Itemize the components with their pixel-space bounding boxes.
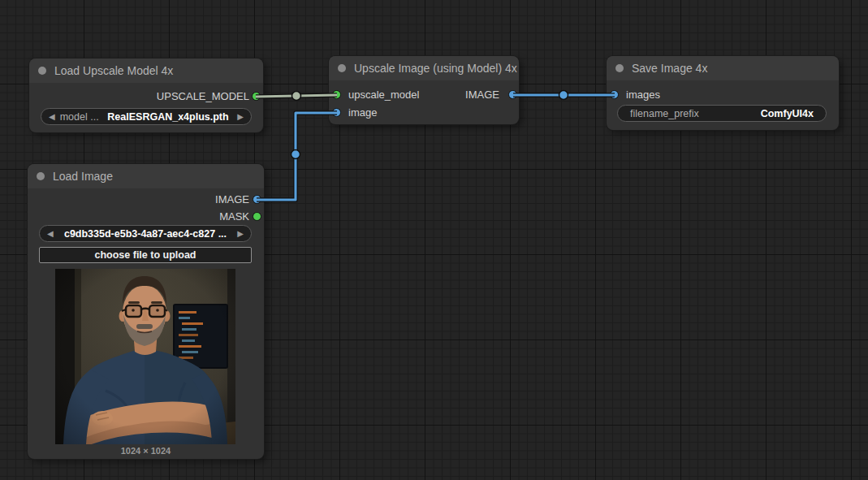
node-title-text: Upscale Image (using Model) 4x [354, 62, 517, 75]
node-upscale-image[interactable]: Upscale Image (using Model) 4x upscale_m… [329, 56, 519, 124]
combo-value: RealESRGAN_x4plus.pth [99, 111, 238, 123]
node-load-image[interactable]: Load Image IMAGE MASK ◀ c9db335d-e5b3-4a… [28, 164, 264, 459]
filename-prefix-widget[interactable]: filename_prefix ComfyUI4x [617, 105, 827, 122]
link-images-wire [513, 91, 615, 100]
combo-label: model ... [60, 111, 99, 123]
load-image-preview [55, 269, 235, 444]
image-dimensions-caption: 1024 × 1024 [28, 446, 264, 456]
output-label-image: IMAGE [215, 192, 249, 207]
node-title-bar[interactable]: Upscale Image (using Model) 4x [329, 56, 519, 80]
node-title-bar[interactable]: Load Image [28, 164, 264, 188]
output-slot-mask[interactable] [253, 212, 261, 221]
model-combo-widget[interactable]: ◀ model ... RealESRGAN_x4plus.pth ▶ [41, 108, 252, 125]
input-label-image: image [348, 106, 377, 120]
input-slot-upscale-model[interactable] [332, 90, 341, 99]
link-midpoint-dot [292, 92, 301, 101]
output-label-image: IMAGE [465, 88, 499, 102]
input-label-upscale-model: upscale_model [348, 88, 419, 102]
input-label-images: images [626, 88, 660, 102]
combo-prev-icon[interactable]: ◀ [49, 108, 55, 125]
node-collapse-dot-icon[interactable] [37, 172, 45, 180]
link-image-wire [257, 113, 337, 200]
choose-file-button[interactable]: choose file to upload [39, 247, 252, 263]
node-collapse-dot-icon[interactable] [38, 67, 46, 75]
node-load-upscale-model[interactable]: Load Upscale Model 4x UPSCALE_MODEL ◀ mo… [29, 58, 263, 132]
image-file-combo-widget[interactable]: ◀ c9db335d-e5b3-4a87-aec4-c827 ... ▶ [39, 225, 252, 242]
combo-value: c9db335d-e5b3-4a87-aec4-c827 ... [54, 228, 238, 240]
node-graph-canvas[interactable]: Load Upscale Model 4x UPSCALE_MODEL ◀ mo… [0, 0, 868, 480]
node-save-image[interactable]: Save Image 4x images filename_prefix Com… [607, 56, 839, 130]
combo-prev-icon[interactable]: ◀ [47, 225, 54, 242]
node-collapse-dot-icon[interactable] [338, 64, 346, 72]
node-title-text: Load Upscale Model 4x [54, 64, 173, 77]
combo-next-icon[interactable]: ▶ [237, 108, 244, 125]
node-title-bar[interactable]: Save Image 4x [607, 56, 839, 80]
output-label-mask: MASK [219, 210, 249, 224]
widget-value: ComfyUI4x [761, 108, 814, 119]
node-title-bar[interactable]: Load Upscale Model 4x [29, 58, 263, 83]
output-slot-upscale-model[interactable] [252, 92, 261, 101]
link-midpoint-dot [291, 150, 300, 159]
combo-next-icon[interactable]: ▶ [237, 225, 244, 242]
link-midpoint-dot [559, 91, 568, 100]
widget-label: filename_prefix [630, 108, 699, 119]
input-slot-image[interactable] [332, 108, 341, 117]
node-title-text: Save Image 4x [632, 62, 707, 75]
output-slot-image[interactable] [508, 90, 517, 99]
link-upscale-model-wire [256, 92, 337, 101]
input-slot-images[interactable] [610, 90, 619, 99]
output-label-upscale-model: UPSCALE_MODEL [157, 89, 249, 104]
node-collapse-dot-icon[interactable] [615, 64, 624, 72]
node-title-text: Load Image [53, 170, 113, 183]
output-slot-image[interactable] [253, 195, 261, 204]
